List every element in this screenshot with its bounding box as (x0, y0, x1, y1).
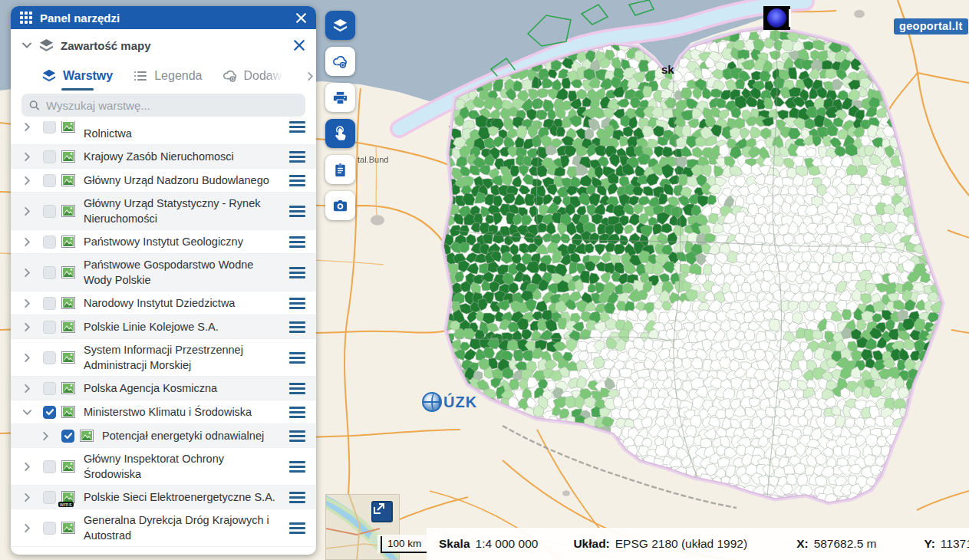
layer-menu-icon[interactable] (285, 407, 308, 418)
layer-row[interactable]: wmsPolskie Sieci Elektroenergetyczne S.A… (11, 486, 316, 509)
layer-row[interactable]: Państwowy Instytut Geologiczny (11, 230, 316, 254)
layer-menu-icon[interactable] (285, 352, 308, 364)
map-content-section-header[interactable]: Zawartość mapy (11, 29, 316, 61)
layer-thumbnail-icon (61, 522, 75, 534)
chevron-right-icon[interactable] (34, 431, 57, 441)
chevron-right-icon[interactable] (15, 268, 38, 278)
chevron-down-icon[interactable] (21, 40, 32, 51)
cloud-add-icon (222, 68, 238, 84)
printer-tool-button[interactable] (325, 83, 355, 112)
panel-close-icon[interactable] (295, 12, 307, 24)
layer-checkbox[interactable] (43, 121, 56, 133)
layer-checkbox[interactable] (43, 460, 56, 473)
status-y: Y:113714.91 m (925, 537, 969, 551)
chevron-right-icon[interactable] (15, 206, 38, 216)
tools-panel: Panel narzędzi Zawartość mapy WarstwyLeg… (11, 6, 316, 555)
tab-warstwy[interactable]: Warstwy (41, 61, 113, 91)
layers-tool-button[interactable] (325, 11, 355, 40)
layer-row[interactable]: Główny Inspektorat Ochrony Środowiska (11, 448, 316, 486)
chevron-right-icon[interactable] (15, 523, 38, 533)
layer-menu-icon[interactable] (285, 206, 308, 217)
chevron-right-icon[interactable] (15, 322, 38, 332)
layer-row[interactable]: Potencjał energetyki odnawialnej (11, 424, 316, 448)
layer-row[interactable]: Główny Urząd Statystyczny - Rynek Nieruc… (11, 193, 316, 230)
chevron-right-icon[interactable] (15, 152, 38, 162)
status-scale-label: Skala (439, 537, 470, 550)
layer-row[interactable]: Generalna Dyrekcja Dróg Krajowych i Auto… (11, 509, 316, 547)
chevron-right-icon[interactable] (15, 298, 38, 308)
tab-dodawanie[interactable]: Dodawanie (222, 61, 285, 91)
layer-checkbox[interactable] (43, 236, 56, 249)
layer-checkbox[interactable] (43, 351, 56, 364)
layer-row[interactable]: Rolnictwa (11, 121, 316, 145)
status-x: X:587682.5 m (796, 537, 876, 551)
tab-legenda[interactable]: Legenda (133, 61, 202, 91)
layer-search[interactable] (21, 94, 305, 117)
chevron-right-icon[interactable] (15, 122, 38, 132)
search-input[interactable] (46, 99, 298, 112)
layer-checkbox[interactable] (43, 266, 56, 279)
layer-checkbox[interactable] (43, 174, 56, 187)
chevron-right-icon[interactable] (15, 237, 38, 247)
layer-menu-icon[interactable] (285, 461, 308, 473)
layer-checkbox[interactable] (43, 297, 56, 310)
layer-row[interactable]: Narodowy Instytut Dziedzictwa (11, 292, 316, 315)
panel-header[interactable]: Panel narzędzi (11, 6, 316, 29)
tab-label: Dodawanie (244, 69, 285, 83)
status-crs-label: Układ: (573, 537, 609, 550)
scale-bar: 100 km (377, 535, 432, 553)
layer-row[interactable]: System Informacji Przestrzennej Administ… (11, 339, 316, 377)
layer-checkbox[interactable] (43, 321, 56, 334)
camera-tool-button[interactable] (325, 191, 355, 220)
layer-label: Krajowy Zasób Nieruchomosci (84, 149, 285, 164)
chevron-right-icon[interactable] (15, 384, 38, 394)
layer-menu-icon[interactable] (285, 121, 308, 133)
layer-label: Narodowy Instytut Dziedzictwa (84, 295, 285, 311)
chevron-right-icon[interactable] (15, 353, 38, 363)
layer-row[interactable]: Ministerstwo Klimatu i Środowiska (11, 400, 316, 424)
clipboard-icon (332, 162, 348, 178)
layer-row[interactable]: Polska Agencja Kosmiczna (11, 377, 316, 400)
layer-checkbox[interactable] (43, 382, 56, 395)
layer-menu-icon[interactable] (285, 383, 308, 394)
layer-row[interactable]: Główny Urząd Nadzoru Budowlanego (11, 169, 316, 193)
layer-label: Państwowe Gospodarstwo Wodne Wody Polski… (84, 257, 285, 288)
layer-menu-icon[interactable] (285, 492, 308, 503)
clipboard-tool-button[interactable] (325, 155, 355, 184)
layer-label: Główny Urząd Nadzoru Budowlanego (84, 173, 285, 188)
minimap-expand-button[interactable] (371, 501, 393, 522)
section-close-icon[interactable] (293, 39, 305, 51)
printer-icon (332, 90, 348, 106)
layer-row[interactable]: Krajowy Zasób Nieruchomosci (11, 145, 316, 169)
layers-icon (332, 18, 348, 34)
layer-checkbox[interactable] (43, 522, 56, 535)
layer-menu-icon[interactable] (285, 430, 308, 442)
layer-menu-icon[interactable] (285, 267, 308, 278)
cloud-add-tool-button[interactable] (325, 47, 355, 76)
cloud-add-icon (332, 54, 348, 70)
chevron-right-icon[interactable] (15, 492, 38, 502)
layer-menu-icon[interactable] (285, 151, 308, 163)
layer-checkbox[interactable] (43, 491, 56, 504)
layer-menu-icon[interactable] (285, 321, 308, 333)
layer-label: Główny Urząd Statystyczny - Rynek Nieruc… (84, 196, 285, 226)
chevron-right-icon[interactable] (15, 462, 38, 472)
layer-checkbox[interactable] (61, 430, 74, 443)
layer-row[interactable]: Państwowe Gospodarstwo Wodne Wody Polski… (11, 254, 316, 292)
layer-list: RolnictwaKrajowy Zasób NieruchomosciGłów… (11, 121, 316, 555)
layer-thumbnail-icon (61, 174, 75, 186)
layer-checkbox[interactable] (43, 150, 56, 163)
layer-menu-icon[interactable] (285, 236, 308, 248)
tabs-overflow-icon[interactable] (305, 71, 317, 81)
chevron-right-icon[interactable] (15, 176, 38, 186)
chevron-down-icon[interactable] (15, 407, 38, 417)
layer-menu-icon[interactable] (285, 522, 308, 534)
layer-menu-icon[interactable] (285, 298, 308, 309)
layer-menu-icon[interactable] (285, 175, 308, 186)
layer-row[interactable]: Polskie Linie Kolejowe S.A. (11, 315, 316, 339)
layer-thumbnail-icon (61, 297, 75, 309)
layer-checkbox[interactable] (43, 205, 56, 218)
touch-pointer-tool-button[interactable] (325, 119, 355, 148)
layer-checkbox[interactable] (43, 406, 56, 419)
layer-label: Polskie Sieci Elektroenergetyczne S.A. (84, 489, 285, 505)
